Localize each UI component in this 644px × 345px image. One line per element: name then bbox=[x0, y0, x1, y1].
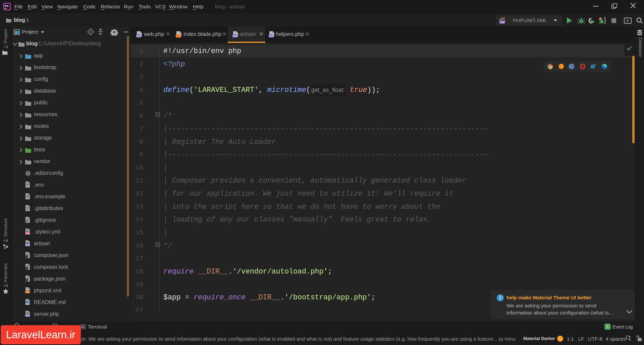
svg-text:<>: <> bbox=[26, 291, 29, 294]
svg-text:PHP: PHP bbox=[500, 21, 505, 24]
svg-text:{}: {} bbox=[25, 279, 29, 282]
svg-text:PHP: PHP bbox=[233, 35, 238, 38]
svg-text:YML: YML bbox=[25, 232, 30, 235]
svg-text:{}: {} bbox=[25, 255, 29, 258]
svg-text:PHP: PHP bbox=[25, 244, 30, 246]
svg-text:PHP: PHP bbox=[137, 35, 142, 38]
svg-text:{}: {} bbox=[25, 267, 29, 270]
svg-text:MD: MD bbox=[26, 303, 29, 305]
svg-text:PS: PS bbox=[5, 4, 9, 8]
svg-text:PHP: PHP bbox=[269, 35, 274, 38]
svg-text:PHP: PHP bbox=[25, 314, 30, 317]
